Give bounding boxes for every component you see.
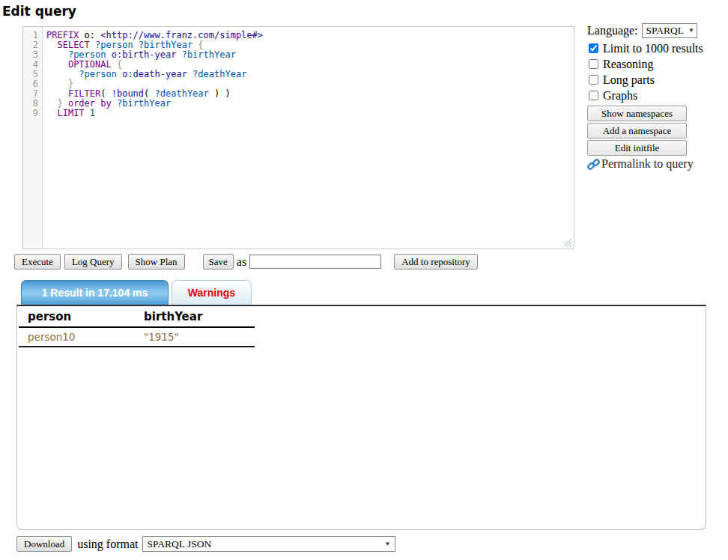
namespace-button-group: Show namespacesAdd a namespaceEdit initf… [587,106,728,156]
code-line: } order by ?birthYear [46,99,574,109]
checkbox-label: Limit to 1000 results [603,42,703,55]
download-button[interactable]: Download [16,536,72,552]
log-query-button[interactable]: Log Query [64,254,122,270]
column-header-birthyear: birthYear [135,307,255,327]
option-checkbox-group: Limit to 1000 resultsReasoningLong parts… [587,40,728,103]
show-plan-button[interactable]: Show Plan [128,254,185,270]
code-token [85,108,90,118]
add-to-repository-button[interactable]: Add to repository [394,254,478,270]
result-cell[interactable]: "1915" [135,327,255,347]
code-token: !bound [112,88,144,99]
format-select[interactable]: SPARQL JSON ▼ [142,536,395,552]
code-token [46,59,68,70]
checkbox-label: Long parts [603,73,655,87]
code-token: FILTER [68,88,100,99]
code-token [46,40,57,50]
show-namespaces-button[interactable]: Show namespaces [587,106,687,121]
code-token [112,59,117,70]
save-button[interactable]: Save [203,254,234,270]
checkbox-long-parts[interactable] [589,75,598,85]
line-number-gutter: 123456789 [23,27,43,249]
code-token: ?birthYear [182,49,236,60]
language-value: SPARQL [646,25,685,37]
code-token [176,49,181,60]
checkbox-reasoning[interactable] [589,59,598,69]
code-token [63,98,68,109]
code-line: ?person o:birth-year ?birthYear [46,50,574,60]
code-token [90,40,95,50]
code-token [112,98,117,109]
results-panel: personbirthYear person10"1915" [16,305,706,530]
code-token: <http://www.franz.com/simple#> [100,30,263,40]
chevron-down-icon: ▼ [688,28,694,34]
language-row: Language: SPARQL ▼ [587,23,728,38]
checkbox-label: Graphs [603,89,637,103]
code-token: OPTIONAL [68,59,112,70]
code-token: o: [79,30,100,40]
code-token: SELECT [57,40,89,50]
code-token: o:death-year [122,69,187,79]
tab-1-result-in-17-104-ms[interactable]: 1 Result in 17.104 ms [21,280,169,305]
code-token: ( [144,88,154,99]
execute-button[interactable]: Execute [14,254,61,270]
line-number: 9 [23,109,38,118]
chevron-down-icon: ▼ [385,541,391,547]
checkbox-row-reasoning: Reasoning [587,56,728,72]
permalink-link[interactable]: Permalink to query [587,157,728,171]
permalink-label: Permalink to query [601,157,694,171]
code-token: PREFIX [46,30,79,40]
table-body: person10"1915" [19,327,255,347]
query-options-panel: Language: SPARQL ▼ Limit to 1000 results… [587,23,728,171]
code-token: } [57,98,62,109]
edit-initfile-button[interactable]: Edit initfile [587,140,687,156]
code-token: order by [68,98,112,109]
page-title: Edit query [2,4,76,19]
code-token: ?birthYear [139,40,192,50]
checkbox-row-graphs: Graphs [587,88,728,103]
language-select[interactable]: SPARQL ▼ [642,23,697,38]
code-token [133,40,139,50]
code-token [46,108,57,118]
results-table: personbirthYear person10"1915" [19,307,255,347]
code-token [46,98,57,109]
code-token: 1 [90,108,95,118]
results-tabs: 1 Result in 17.104 msWarnings [21,280,252,305]
link-icon [587,158,600,171]
code-token: ?deathYear [155,88,209,99]
result-cell[interactable]: person10 [19,327,135,347]
code-token [46,79,68,89]
save-name-input[interactable] [249,255,381,269]
table-row: person10"1915" [19,327,255,347]
code-token: ) ) [209,88,231,99]
add-a-namespace-button[interactable]: Add a namespace [587,123,687,139]
query-editor[interactable]: 123456789 PREFIX o: <http://www.franz.co… [22,26,574,249]
format-label: using format [77,538,138,551]
code-token: } [68,79,73,89]
checkbox-graphs[interactable] [589,91,598,100]
column-header-person: person [19,307,135,327]
checkbox-limit-to-1000-results[interactable] [589,43,598,53]
action-bar: Execute Log Query Show Plan Save as Add … [14,254,478,270]
download-bar: Download using format SPARQL JSON ▼ [16,536,395,552]
checkbox-label: Reasoning [603,58,654,71]
code-token [106,49,111,60]
code-token: ?person [95,40,133,50]
tab-warnings[interactable]: Warnings [172,280,252,305]
checkbox-row-limit-to-1000-results: Limit to 1000 results [587,40,728,56]
language-label: Language: [587,24,638,37]
page: Edit query 123456789 PREFIX o: <http://w… [0,0,728,560]
code-token [46,49,68,60]
code-token [46,69,79,79]
code-area[interactable]: PREFIX o: <http://www.franz.com/simple#>… [43,27,574,249]
code-token: ?deathYear [192,69,246,79]
format-value: SPARQL JSON [148,538,212,550]
checkbox-row-long-parts: Long parts [587,72,728,88]
code-token: LIMIT [57,108,84,118]
code-token: ?person [68,49,106,60]
code-line: LIMIT 1 [46,109,574,118]
table-header-row: personbirthYear [19,307,255,327]
code-token: o:birth-year [112,49,177,60]
code-line: ?person o:death-year ?deathYear [46,70,574,79]
code-token: ?birthYear [117,98,171,109]
code-token: { [117,59,122,70]
